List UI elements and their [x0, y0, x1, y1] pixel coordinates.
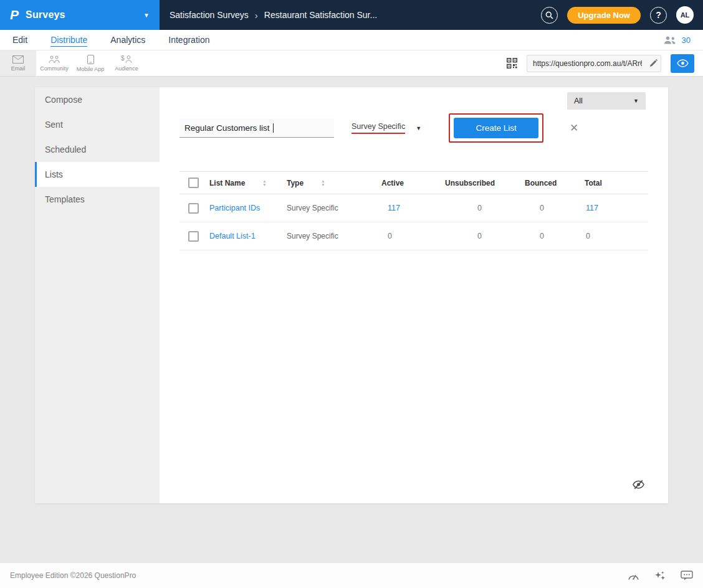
pencil-icon [649, 59, 658, 67]
header-list-name[interactable]: List Name [209, 179, 245, 187]
channel-label: Community [40, 65, 69, 72]
create-list-form: Survey Specific ▼ Create List ✕ [179, 113, 648, 143]
total-count: 0 [585, 232, 648, 240]
text-cursor [273, 123, 274, 133]
qr-code-button[interactable] [507, 58, 517, 69]
product-switcher[interactable]: P Surveys ▼ [0, 0, 160, 30]
topbar: P Surveys ▼ Satisfaction Surveys › Resta… [0, 0, 703, 30]
search-button[interactable] [541, 7, 558, 24]
upgrade-now-button[interactable]: Upgrade Now [567, 7, 641, 24]
row-checkbox[interactable] [188, 203, 199, 214]
list-type-value: Survey Specific [352, 122, 405, 134]
content-area: Compose Sent Scheduled Lists Templates A… [0, 77, 703, 563]
tab-analytics[interactable]: Analytics [110, 35, 145, 45]
table-row: Default List-1 Survey Specific 0 0 0 0 [179, 222, 648, 250]
help-button[interactable]: ? [650, 7, 667, 24]
breadcrumb-folder[interactable]: Satisfaction Surveys [170, 10, 249, 20]
app-root: P Surveys ▼ Satisfaction Surveys › Resta… [0, 0, 703, 588]
survey-url-box [527, 55, 661, 72]
annotation-highlight: Create List [449, 113, 543, 143]
topbar-actions: Upgrade Now ? AL [541, 6, 703, 24]
sidebar-item-compose[interactable]: Compose [35, 87, 160, 112]
qr-code-icon [507, 58, 517, 69]
breadcrumb-survey-name[interactable]: Restaurant Satisfaction Sur... [264, 10, 377, 20]
sidebar-item-templates[interactable]: Templates [35, 187, 160, 212]
chevron-right-icon: › [255, 10, 258, 21]
app-name: Surveys [26, 9, 65, 21]
create-list-button[interactable]: Create List [454, 118, 538, 138]
eye-off-icon [633, 480, 644, 490]
distribute-card: Compose Sent Scheduled Lists Templates A… [35, 87, 668, 503]
bounced-count: 0 [525, 232, 585, 240]
feedback-chat-button[interactable] [681, 571, 693, 581]
list-name-field-wrap [179, 118, 334, 138]
header-unsubscribed: Unsubscribed [445, 179, 525, 187]
mobile-app-icon [87, 55, 94, 64]
channel-audience[interactable]: $ Audience [108, 50, 145, 76]
whats-new-button[interactable] [654, 571, 666, 581]
share-toolbar [507, 50, 703, 76]
list-filter-dropdown[interactable]: All ▼ [567, 92, 646, 110]
sidebar-item-sent[interactable]: Sent [35, 112, 160, 137]
hide-preview-button[interactable] [633, 480, 644, 492]
channel-mobile-app[interactable]: Mobile App [72, 50, 108, 76]
header-total: Total [585, 179, 648, 187]
unsubscribed-count: 0 [445, 232, 525, 240]
community-icon [49, 55, 60, 64]
footer: Employee Edition ©2026 QuestionPro [0, 563, 703, 588]
channel-label: Mobile App [77, 66, 105, 72]
tab-integration[interactable]: Integration [168, 35, 209, 45]
close-icon[interactable]: ✕ [570, 123, 578, 133]
sort-icon[interactable]: ▲▼ [262, 179, 266, 187]
filter-value: All [574, 97, 583, 105]
list-type-cell: Survey Specific [287, 232, 381, 240]
distribute-sidebar: Compose Sent Scheduled Lists Templates [35, 87, 160, 503]
email-icon [12, 55, 24, 64]
svg-text:$: $ [121, 55, 125, 62]
select-all-checkbox[interactable] [188, 178, 199, 188]
respondents-summary[interactable]: 30 [664, 36, 691, 45]
sidebar-item-scheduled[interactable]: Scheduled [35, 137, 160, 162]
list-type-dropdown[interactable]: Survey Specific ▼ [352, 122, 421, 134]
channel-email[interactable]: Email [0, 50, 36, 76]
unsubscribed-count: 0 [445, 204, 525, 212]
channel-label: Email [11, 65, 26, 72]
list-name-input[interactable] [179, 118, 334, 138]
footer-actions [628, 571, 693, 581]
header-type[interactable]: Type [287, 179, 304, 187]
lists-panel: All ▼ Survey Specific ▼ Create List [160, 87, 668, 503]
row-checkbox[interactable] [188, 231, 199, 242]
performance-button[interactable] [628, 571, 639, 581]
list-name-link[interactable]: Participant IDs [209, 204, 260, 212]
channel-toolbar: Email Community Mobile App $ Audience [0, 50, 703, 77]
chat-bubble-icon [681, 571, 693, 581]
breadcrumb: Satisfaction Surveys › Restaurant Satisf… [170, 10, 377, 21]
people-icon [664, 36, 676, 44]
edit-url-button[interactable] [646, 59, 661, 67]
user-avatar[interactable]: AL [676, 6, 694, 24]
header-bounced: Bounced [525, 179, 585, 187]
channel-label: Audience [115, 65, 138, 72]
sort-icon[interactable]: ▲▼ [321, 179, 325, 187]
header-active: Active [381, 179, 445, 187]
list-name-link[interactable]: Default List-1 [209, 232, 256, 240]
total-count-link[interactable]: 117 [586, 204, 598, 212]
respondent-count: 30 [682, 36, 691, 45]
speedometer-icon [628, 571, 639, 581]
sidebar-item-lists[interactable]: Lists [35, 162, 160, 187]
bounced-count: 0 [525, 204, 585, 212]
primary-tabs: Edit Distribute Analytics Integration 30 [0, 30, 703, 50]
preview-link-button[interactable] [671, 54, 694, 73]
chevron-down-icon: ▼ [416, 125, 421, 131]
active-count-link[interactable]: 117 [388, 204, 400, 212]
edition-text: Employee Edition ©2026 QuestionPro [10, 571, 136, 580]
survey-url-input[interactable] [527, 59, 646, 68]
channel-community[interactable]: Community [36, 50, 72, 76]
list-type-cell: Survey Specific [287, 204, 381, 212]
table-row: Participant IDs Survey Specific 117 0 0 … [179, 194, 648, 222]
tab-edit[interactable]: Edit [12, 35, 27, 45]
tab-distribute[interactable]: Distribute [50, 35, 87, 45]
chevron-down-icon[interactable]: ▼ [143, 12, 150, 19]
active-count: 0 [381, 232, 445, 240]
sparkles-icon [654, 571, 666, 581]
